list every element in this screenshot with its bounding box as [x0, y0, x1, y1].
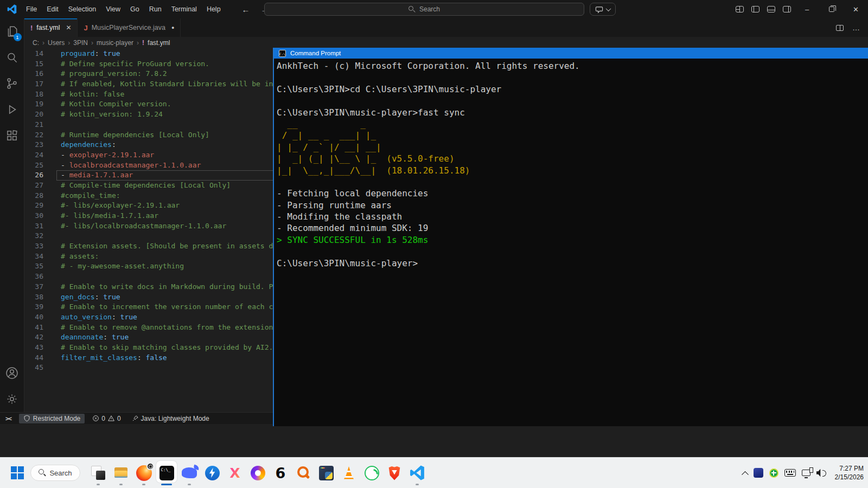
copilot-button[interactable] — [590, 3, 616, 16]
tray-volume-icon[interactable] — [816, 469, 827, 477]
taskbar-x-app[interactable]: X — [224, 459, 246, 487]
nav-back-icon[interactable]: ← — [242, 5, 250, 14]
line-number: 17 — [24, 79, 50, 89]
tabs: !fast.yml✕JMusicPlayerService.java● — [24, 18, 181, 37]
tray-green-plus-icon[interactable] — [769, 468, 778, 478]
six-glyph-icon: 6 — [276, 466, 286, 480]
sidebar-item-explorer[interactable]: 1 — [0, 18, 24, 44]
line-number: 40 — [24, 312, 50, 323]
tab-musicplayerservice-java[interactable]: JMusicPlayerService.java● — [78, 18, 181, 37]
settings-button[interactable] — [0, 386, 24, 412]
toggle-secondary-sidebar-icon[interactable] — [783, 6, 791, 12]
modified-dot-icon: ● — [171, 25, 174, 30]
tray-overflow-chevron-icon[interactable] — [742, 471, 749, 478]
more-actions-icon[interactable]: … — [852, 23, 860, 32]
line-number: 30 — [24, 211, 50, 221]
line-number: 28 — [24, 191, 50, 201]
sidebar-item-source-control[interactable] — [0, 70, 24, 97]
taskbar-vscode[interactable] — [406, 459, 429, 487]
start-button[interactable] — [11, 466, 24, 479]
activity-bar: 1 — [0, 18, 24, 412]
restricted-mode-badge[interactable]: Restricted Mode — [19, 414, 85, 423]
menu-help[interactable]: Help — [202, 0, 226, 18]
command-prompt-body[interactable]: AnkhTech - (c) Microsoft Corporation. Al… — [274, 59, 868, 269]
line-number: 19 — [24, 99, 50, 110]
file-explorer-icon — [113, 465, 129, 480]
java-status[interactable]: Java: Lightweight Mode — [129, 415, 213, 422]
line-number: 18 — [24, 89, 50, 100]
warning-count: 0 — [117, 415, 121, 422]
line-number: 14 — [24, 49, 50, 59]
terminal-line: C:\Users\3PIN\music-player>fast sync — [277, 107, 868, 118]
split-editor-icon[interactable] — [836, 25, 844, 31]
terminal-line: C:\Users\3PIN\music-player> — [277, 258, 868, 269]
problems-indicator[interactable]: 0 0 — [89, 415, 124, 422]
breadcrumb: C:›Users›3PIN›music-player›!fast.yml — [24, 37, 868, 49]
tab-close-icon[interactable]: ✕ — [66, 24, 71, 31]
running-indicator — [416, 484, 419, 485]
taskbar-whatsapp[interactable] — [360, 459, 383, 487]
vscode-icon — [410, 465, 425, 480]
tray-network-icon[interactable] — [802, 470, 810, 476]
line-number: 31 — [24, 221, 50, 232]
menu-file[interactable]: File — [21, 0, 42, 18]
account-button[interactable] — [0, 360, 24, 386]
breadcrumb-item[interactable]: Users — [48, 39, 65, 47]
gear-icon — [5, 392, 19, 406]
whatsapp-icon — [365, 466, 379, 480]
line-number: 38 — [24, 292, 50, 303]
customize-layout-icon[interactable] — [736, 6, 744, 12]
taskbar-command-prompt[interactable]: C:\_ — [155, 459, 178, 487]
menu-run[interactable]: Run — [144, 0, 167, 18]
taskbar-six-app[interactable]: 6 — [269, 459, 292, 487]
menu-bar: FileEditSelectionViewGoRunTerminalHelp — [21, 0, 226, 18]
active-indicator — [161, 484, 172, 485]
toggle-primary-sidebar-icon[interactable] — [751, 6, 760, 12]
sidebar-item-extensions[interactable] — [0, 123, 24, 149]
tray-blue-app-icon[interactable] — [754, 468, 763, 478]
remote-indicator-icon[interactable]: >< — [5, 415, 11, 422]
line-number: 26 — [24, 170, 50, 181]
taskbar-deepseek[interactable] — [178, 459, 201, 487]
sidebar-item-search[interactable] — [0, 44, 24, 70]
menu-go[interactable]: Go — [125, 0, 144, 18]
restore-button[interactable] — [819, 0, 844, 18]
explorer-badge: 1 — [14, 33, 22, 41]
sidebar-item-run-debug[interactable] — [0, 97, 24, 123]
breadcrumb-item[interactable]: music-player — [97, 39, 133, 47]
line-number: 23 — [24, 140, 50, 150]
extensions-icon — [5, 129, 19, 143]
taskbar-firefox[interactable] — [132, 459, 155, 487]
taskbar-stacked-windows[interactable] — [87, 459, 110, 487]
tab-fast-yml[interactable]: !fast.yml✕ — [24, 18, 78, 37]
breadcrumb-file[interactable]: fast.yml — [148, 39, 170, 47]
taskbar-firefox-focus[interactable] — [246, 459, 269, 487]
tray-clock[interactable]: 7:27 PM 2/15/2026 — [835, 464, 864, 481]
taskbar-bolt-app[interactable] — [201, 459, 224, 487]
line-number: 41 — [24, 323, 50, 333]
toggle-panel-icon[interactable] — [767, 6, 775, 12]
minimize-button[interactable]: – — [795, 0, 819, 18]
tray-keyboard-icon[interactable] — [784, 469, 796, 477]
command-prompt-titlebar[interactable]: C:\ Command Prompt — [274, 48, 868, 59]
menu-selection[interactable]: Selection — [63, 0, 101, 18]
menu-edit[interactable]: Edit — [42, 0, 63, 18]
breadcrumb-item[interactable]: C: — [33, 39, 39, 47]
taskbar-python-console[interactable] — [315, 459, 337, 487]
terminal-line: - Fetching local dependencies — [277, 188, 868, 199]
taskbar-file-explorer[interactable] — [110, 459, 132, 487]
search-box[interactable]: Search — [264, 3, 584, 16]
taskbar-vlc[interactable] — [337, 459, 360, 487]
taskbar-everything-search[interactable] — [292, 459, 315, 487]
line-number: 37 — [24, 282, 50, 292]
menu-terminal[interactable]: Terminal — [167, 0, 202, 18]
terminal-line: __ _ — [277, 118, 868, 130]
breadcrumb-item[interactable]: 3PIN — [73, 39, 88, 47]
taskbar-search[interactable]: Search — [30, 465, 80, 481]
menu-view[interactable]: View — [101, 0, 125, 18]
terminal-line: |_| \__,_|___/\__| (18.01.26.15.18) — [277, 165, 868, 176]
account-icon — [5, 366, 19, 380]
taskbar-brave[interactable] — [383, 459, 406, 487]
command-prompt-window[interactable]: C:\ Command Prompt AnkhTech - (c) Micros… — [273, 48, 868, 426]
close-button[interactable]: ✕ — [844, 0, 868, 18]
